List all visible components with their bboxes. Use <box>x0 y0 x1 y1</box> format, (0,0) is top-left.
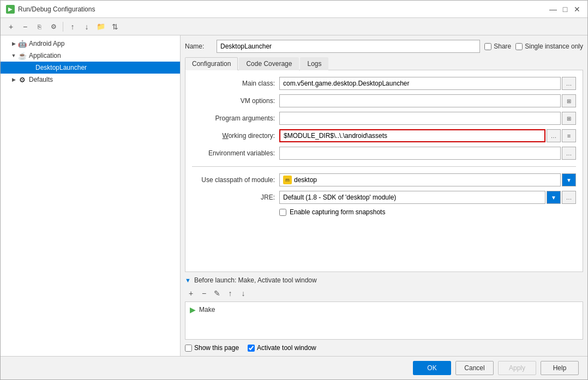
bl-down-button[interactable]: ↓ <box>237 287 249 299</box>
ok-button[interactable]: OK <box>413 361 451 375</box>
activate-tool-window-checkbox[interactable] <box>248 345 255 352</box>
help-button[interactable]: Help <box>541 361 579 375</box>
jre-dropdown-arrow-button[interactable]: ▼ <box>547 191 561 204</box>
program-args-input[interactable] <box>279 112 561 125</box>
config-tree-panel: ▶ 🤖 Android App ▼ ☕ Application DesktopL… <box>1 35 181 356</box>
tree-label-desktop-launcher: DesktopLauncher <box>35 64 87 71</box>
before-launch-header: ▼ Before launch: Make, Activate tool win… <box>185 276 583 284</box>
tree-item-defaults[interactable]: ▶ ⚙ Defaults <box>1 74 180 86</box>
working-dir-label-text: Working directory: <box>223 132 275 140</box>
add-config-button[interactable]: + <box>5 21 17 33</box>
close-button[interactable]: ✕ <box>572 4 582 14</box>
config-detail-panel: Name: Share Single instance only Configu… <box>181 35 587 356</box>
bl-item-make: ▶ Make <box>188 304 580 315</box>
tree-label-application: Application <box>29 52 61 59</box>
name-input[interactable] <box>217 40 480 53</box>
env-vars-input[interactable] <box>279 147 561 160</box>
add-icon: + <box>9 22 13 31</box>
make-icon: ▶ <box>190 305 196 314</box>
form-divider <box>192 166 576 167</box>
before-launch-section: ▼ Before launch: Make, Activate tool win… <box>185 276 583 352</box>
title-bar: ▶ Run/Debug Configurations — □ ✕ <box>1 1 587 18</box>
move-down-button[interactable]: ↓ <box>81 21 93 33</box>
main-class-input[interactable] <box>279 77 561 90</box>
tab-content-configuration: Main class: … VM options: ⊞ Prog <box>185 70 583 272</box>
classpath-dropdown[interactable]: m desktop <box>279 173 561 186</box>
activate-tool-window-label: Activate tool window <box>257 344 316 352</box>
single-instance-checkbox[interactable] <box>515 43 523 50</box>
show-page-checkbox[interactable] <box>185 345 192 352</box>
main-class-input-wrap: … <box>279 77 576 90</box>
vm-options-label: VM options: <box>192 97 279 105</box>
bottom-checkboxes: Show this page Activate tool window <box>185 344 583 352</box>
tree-item-desktop-launcher[interactable]: DesktopLauncher <box>1 62 180 74</box>
bl-edit-button[interactable]: ✎ <box>211 287 223 299</box>
folder-button[interactable]: 📁 <box>95 21 107 33</box>
defaults-icon: ⚙ <box>18 75 27 84</box>
dialog-title: Run/Debug Configurations <box>18 5 95 13</box>
module-icon: m <box>283 176 292 184</box>
tab-code-coverage[interactable]: Code Coverage <box>239 57 299 70</box>
jre-row: JRE: Default (1.8 - SDK of 'desktop' mod… <box>192 191 576 204</box>
copy-config-button[interactable]: ⎘ <box>33 21 45 33</box>
classpath-dropdown-wrap: m desktop ▼ <box>279 173 576 186</box>
jre-dropdown-wrap: Default (1.8 - SDK of 'desktop' module) … <box>279 191 576 204</box>
cancel-button[interactable]: Cancel <box>455 361 494 375</box>
bl-add-button[interactable]: + <box>185 287 197 299</box>
minimize-button[interactable]: — <box>548 4 558 14</box>
form-snapshots-checkbox[interactable] <box>279 209 286 216</box>
working-dir-macro-button[interactable]: ≡ <box>562 129 576 142</box>
vm-options-input-wrap: ⊞ <box>279 94 576 107</box>
toggle-defaults: ▶ <box>9 75 18 84</box>
apply-button[interactable]: Apply <box>498 361 536 375</box>
main-toolbar: + − ⎘ ⚙ ↑ ↓ 📁 ⇅ <box>1 18 587 35</box>
program-args-row: Program arguments: ⊞ <box>192 112 576 125</box>
env-vars-label: Environment variables: <box>192 149 279 157</box>
settings-config-button[interactable]: ⚙ <box>47 21 59 33</box>
single-instance-label: Single instance only <box>525 43 583 50</box>
sort-icon: ⇅ <box>112 22 118 31</box>
bl-up-button[interactable]: ↑ <box>224 287 236 299</box>
form-snapshots-row: Enable capturing form snapshots <box>192 208 576 216</box>
jre-extra-button[interactable]: … <box>562 191 576 204</box>
tab-logs[interactable]: Logs <box>300 57 328 70</box>
vm-options-input[interactable] <box>279 94 561 107</box>
before-launch-list: ▶ Make <box>185 301 583 340</box>
tree-item-application[interactable]: ▼ ☕ Application <box>1 50 180 62</box>
jre-value: Default (1.8 - SDK of 'desktop' module) <box>283 194 396 201</box>
tree-label-android-app: Android App <box>29 40 64 47</box>
main-class-browse-button[interactable]: … <box>562 77 576 90</box>
working-dir-input[interactable] <box>279 129 545 142</box>
vm-options-row: VM options: ⊞ <box>192 94 576 107</box>
env-vars-input-wrap: … <box>279 147 576 160</box>
bl-remove-button[interactable]: − <box>198 287 210 299</box>
working-dir-browse-button[interactable]: … <box>547 129 561 142</box>
tree-item-android-app[interactable]: ▶ 🤖 Android App <box>1 38 180 50</box>
classpath-label: Use classpath of module: <box>192 176 279 184</box>
program-args-input-wrap: ⊞ <box>279 112 576 125</box>
before-launch-toggle-icon[interactable]: ▼ <box>185 277 191 284</box>
move-up-button[interactable]: ↑ <box>67 21 79 33</box>
jre-label: JRE: <box>192 194 279 201</box>
toolbar-separator <box>63 22 63 32</box>
share-checkbox[interactable] <box>484 43 491 50</box>
up-arrow-icon: ↑ <box>71 22 75 31</box>
env-vars-browse-button[interactable]: … <box>562 147 576 160</box>
remove-config-button[interactable]: − <box>19 21 31 33</box>
android-icon: 🤖 <box>18 39 27 48</box>
activate-tool-window-item: Activate tool window <box>248 344 316 352</box>
title-bar-left: ▶ Run/Debug Configurations <box>6 5 95 14</box>
show-page-item: Show this page <box>185 344 239 352</box>
vm-options-expand-button[interactable]: ⊞ <box>562 94 576 107</box>
dialog-footer: OK Cancel Apply Help <box>1 356 587 379</box>
main-class-row: Main class: … <box>192 77 576 90</box>
jre-dropdown[interactable]: Default (1.8 - SDK of 'desktop' module) <box>279 191 545 204</box>
tabs-container: Configuration Code Coverage Logs <box>185 57 583 70</box>
maximize-button[interactable]: □ <box>560 4 570 14</box>
sort-button[interactable]: ⇅ <box>109 21 121 33</box>
main-content: ▶ 🤖 Android App ▼ ☕ Application DesktopL… <box>1 35 587 356</box>
env-vars-row: Environment variables: … <box>192 147 576 160</box>
classpath-dropdown-arrow-button[interactable]: ▼ <box>562 173 576 186</box>
program-args-expand-button[interactable]: ⊞ <box>562 112 576 125</box>
tab-configuration[interactable]: Configuration <box>185 57 238 70</box>
